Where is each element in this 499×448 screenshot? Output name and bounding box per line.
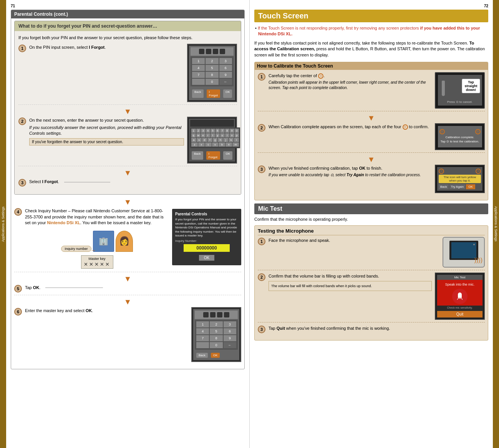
i-forgot-btn-2[interactable]: I Forgot [206,151,220,160]
mic-step-2-content: Confirm that the volume bar is filling u… [269,273,485,320]
num-3: 3 [219,58,232,64]
keyboard-screen-2: 1234567890 qwertyuiop asdfghjkl [187,117,237,164]
right-page-num-row: 72 [254,4,488,10]
step-2-content: On the next screen, enter the answer to … [29,117,237,164]
character-icon: 👩 [116,231,133,252]
ok-btn-2[interactable]: OK [223,151,232,160]
num6-3: 3 [224,321,236,327]
ok-label-calib: OK [359,166,366,170]
step-4-text: Check Inquiry Number – Please call Ninte… [25,207,169,268]
stylus-icon [442,81,445,96]
num6-7: 7 [196,335,209,341]
key-x: x [198,142,205,147]
i-forgot-btn-1[interactable]: I Forgot [207,89,220,98]
calib-step-2-screen: ⊙ ⊙ Calibration complete.Tap ⊙ to test t… [435,123,485,150]
num6-6: 6 [224,328,236,334]
mic-step-2-layout: Confirm that the volume bar is filling u… [269,273,485,320]
key-e: e [201,133,206,137]
sound-waves: )))) [474,257,482,264]
arrow-3: ▼ [14,198,241,207]
orange-circle-1: ⊙ [318,73,323,79]
back-btn-2[interactable]: Back [192,151,203,160]
body-para: If you feel the stylus contact point is … [254,40,488,58]
parental-controls-popup: Parental Controls If you forgot your PIN… [172,209,241,265]
ok-btn-try[interactable]: OK [466,184,475,189]
calib-step-2-text: When Calibration complete appears on the… [269,123,432,150]
key-y: y [216,133,220,137]
dsi-screen-illus [449,241,478,260]
inquiry-number-container: Inquiry Number: 00000000 [175,239,238,252]
calib-step-3-layout: When you've finished confirming calibrat… [269,165,485,193]
step-4-layout: Check Inquiry Number – Please call Ninte… [25,207,241,268]
forget-pin-header: What to do if you forget your PIN and se… [15,21,241,31]
step-3-circle: 3 [18,179,26,187]
key-8: 8 [225,129,230,133]
key-k: k [229,138,234,142]
arrow-4: ▼ [14,274,241,283]
back-btn-1[interactable]: Back [192,89,204,98]
calib-arrow-2: ▼ [258,155,485,164]
pin-dots [191,47,234,56]
try-again-btn[interactable]: Try Again [449,184,466,189]
calib-step-1-layout: Carefully tap the center of ⊙. Calibrati… [269,72,485,109]
step-5-desc: Tap OK. [25,285,241,291]
calib-step-1-circle: 1 [258,73,265,81]
orange-circle-2: ⊙ [403,124,408,130]
ok-btn-6[interactable]: OK [211,353,220,358]
parental-controls-header: Parental Controls (cont.) [11,10,244,18]
calib-step-3-circle: 3 [258,165,265,173]
key-a: a [191,138,196,142]
right-side-label: Applications & Settings [493,0,499,448]
calib-step-1-italic: Calibration points will appear in the up… [269,80,432,91]
parental-controls-section: Parental Controls (cont.) What to do if … [11,10,245,369]
calib-screen-1: Tapstraightdown! Press ⊙ to cancel. [435,72,485,109]
num6-empty [196,342,209,348]
mic-dot [473,244,475,245]
pin-dot-2 [206,49,211,54]
ok-btn-1[interactable]: OK [223,89,232,98]
back-btn-try[interactable]: Back [439,184,449,189]
calib-step-2-desc: When Calibration complete appears on the… [269,124,432,130]
character-illustration-area: Inquiry number → 🏢 👩 [25,228,169,269]
i-forgot-label-1: I Forgot [89,45,104,50]
key-l: l [234,138,239,142]
step-5-circle: 5 [14,285,22,293]
pin-dot-6-4 [224,312,229,317]
forget-pin-intro: If you forget both your PIN and the answ… [18,35,237,41]
inquiry-number-display: 00000000 [184,244,230,252]
key-q: q [191,133,196,137]
step-2-warning: If you've forgotten the answer to your s… [29,138,184,145]
pin-dots-6 [195,311,238,319]
step-6-text: Enter the master key and select OK. [25,307,188,314]
inquiry-label-area: Inquiry number → [61,246,91,252]
step-2-layout: On the next screen, enter the answer to … [29,117,237,164]
left-side-label: Applications & Settings [0,0,6,448]
step-1-text: On the PIN input screen, select I Forgot… [29,44,184,51]
pc-ok-btn[interactable]: OK [199,255,214,261]
key-s: s [197,138,202,142]
ok-label-5: OK [33,285,40,290]
right-page-number: 72 [484,4,488,8]
forget-pin-subsection: What to do if you forget your PIN and se… [14,21,241,195]
mic-step-1-desc: Face the microphone and speak. [269,238,439,243]
back-btn-6[interactable]: Back [196,353,208,358]
step-5-row: 5 Tap OK. [14,284,241,295]
mic-step-1-content: Face the microphone and speak. [269,237,485,268]
step-2-desc: On the next screen, enter the answer to … [29,117,184,123]
calibrate-section: How to Calibrate the Touch Screen 1 Care… [254,62,488,200]
speak-into-mic: Speak into the mic. [439,282,481,287]
step-3-content: Select I Forgot. [29,178,237,185]
ok-label-6: OK [86,308,92,313]
mic-icon-shape [457,293,463,300]
step-6-content: Enter the master key and select OK. [25,307,241,362]
key-b: b [219,142,225,147]
num-empty [192,79,205,85]
calib-complete-inner: ⊙ ⊙ Calibration complete.Tap ⊙ to test t… [438,126,482,147]
touch-screen-body: If you feel the stylus contact point is … [254,40,488,58]
key-9: 9 [230,129,234,133]
quit-btn[interactable]: Quit [437,311,482,317]
master-key-label: Master key [84,257,111,261]
corner-dot-r: ⊙ [476,169,481,174]
step-2-row: 2 On the next screen, enter the answer t… [18,117,237,166]
icon-turn-yellow-box: The icon will turn yellowwhen you tap it… [439,175,481,183]
